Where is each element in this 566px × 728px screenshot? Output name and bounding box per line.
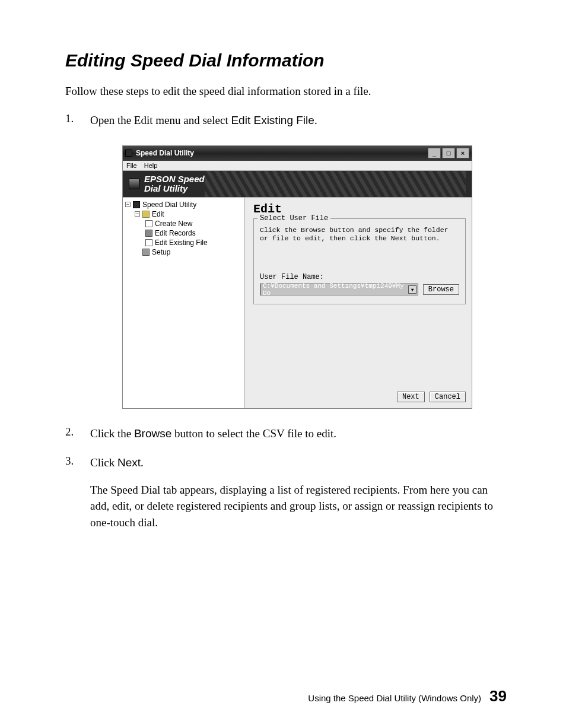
folder-icon [142, 211, 150, 218]
tree-records-label: Edit Records [155, 229, 196, 237]
step-number: 3. [65, 454, 90, 530]
page-heading: Editing Speed Dial Information [65, 50, 507, 71]
footer-text: Using the Speed Dial Utility (Windows On… [308, 693, 481, 703]
cancel-button[interactable]: Cancel [430, 392, 466, 402]
window-title: Speed Dial Utility [136, 149, 194, 157]
maximize-button[interactable]: □ [442, 148, 455, 158]
tree-root[interactable]: − Speed Dial Utility [125, 200, 244, 209]
step-number: 1. [65, 112, 90, 129]
step-3-paragraph: The Speed Dial tab appears, displaying a… [90, 482, 507, 531]
next-button[interactable]: Next [397, 392, 425, 402]
tree-edit-records[interactable]: Edit Records [125, 228, 244, 238]
app-window: Speed Dial Utility _ □ × File Help EPSON… [122, 145, 472, 409]
step-2-text-c: button to select the CSV file to edit. [171, 427, 336, 440]
step-number: 2. [65, 425, 90, 442]
collapse-icon[interactable]: − [125, 202, 131, 207]
setup-icon [142, 249, 150, 256]
step-3: 3. Click Next. The Speed Dial tab appear… [65, 454, 507, 530]
dropdown-arrow-icon[interactable]: ▼ [408, 285, 416, 294]
tree-setup-label: Setup [152, 248, 170, 256]
tree-edit[interactable]: − Edit [125, 209, 244, 219]
step-1-text-c: . [314, 114, 317, 126]
tree-edit-label: Edit [152, 210, 164, 218]
banner-logo-icon [129, 179, 139, 189]
user-file-name-label: User File Name: [260, 273, 459, 281]
step-3-text-c: . [141, 456, 144, 469]
select-user-file-group: Select User File Click the Browse button… [253, 218, 466, 305]
step-3-text-a: Click [90, 456, 117, 469]
user-file-input[interactable]: C:¥Documents and Settings¥tmp1249¥My Do … [260, 284, 418, 295]
tools-icon [145, 230, 152, 237]
step-1-command: Edit Existing File [231, 114, 314, 126]
step-3-command: Next [117, 456, 141, 469]
fieldset-legend: Select User File [257, 214, 330, 222]
tree-root-label: Speed Dial Utility [142, 201, 196, 209]
menu-bar: File Help [123, 161, 472, 171]
step-1: 1. Open the Edit menu and select Edit Ex… [65, 112, 507, 129]
instruction-text: Click the Browse button and specify the … [260, 226, 459, 244]
tree-create-label: Create New [155, 220, 192, 228]
titlebar: Speed Dial Utility _ □ × [123, 146, 472, 161]
file-icon [145, 239, 152, 246]
app-banner: EPSON SpeedDial Utility [123, 171, 472, 197]
page-icon [145, 220, 152, 227]
banner-line-1: EPSON Speed [144, 174, 205, 184]
page-footer: Using the Speed Dial Utility (Windows On… [65, 687, 507, 705]
page-number: 39 [489, 687, 507, 705]
tree-setup[interactable]: Setup [125, 247, 244, 257]
step-2-text-a: Click the [90, 427, 134, 440]
step-2-command: Browse [134, 427, 171, 440]
menu-help[interactable]: Help [144, 162, 158, 169]
step-2: 2. Click the Browse button to select the… [65, 425, 507, 442]
collapse-icon[interactable]: − [135, 211, 140, 217]
minimize-button[interactable]: _ [428, 148, 441, 158]
app-icon [125, 150, 132, 157]
file-path-value: C:¥Documents and Settings¥tmp1249¥My Do [263, 282, 408, 297]
intro-text: Follow these steps to edit the speed dia… [65, 85, 507, 98]
close-button[interactable]: × [456, 148, 469, 158]
banner-decoration [205, 171, 466, 197]
app-icon [133, 201, 140, 208]
tree-existing-label: Edit Existing File [155, 239, 208, 247]
banner-line-2: Dial Utility [144, 183, 187, 193]
tree-create-new[interactable]: Create New [125, 219, 244, 228]
browse-button[interactable]: Browse [423, 284, 459, 295]
step-1-text-a: Open the Edit menu and select [90, 114, 231, 126]
menu-file[interactable]: File [126, 162, 137, 169]
tree-edit-existing[interactable]: Edit Existing File [125, 238, 244, 247]
nav-tree: − Speed Dial Utility − Edit Create New E… [123, 198, 245, 408]
content-pane: Edit Select User File Click the Browse b… [245, 198, 472, 408]
